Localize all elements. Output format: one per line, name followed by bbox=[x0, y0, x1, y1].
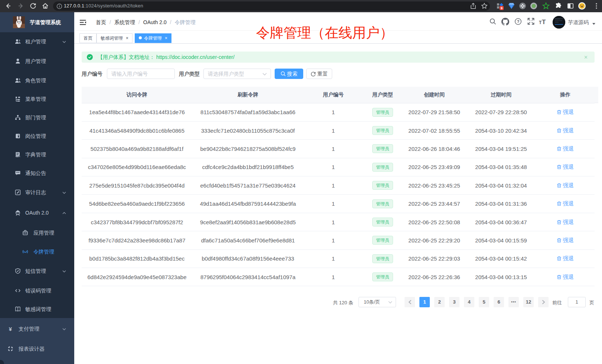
svg-text:?: ? bbox=[517, 19, 520, 24]
svg-text:¥: ¥ bbox=[9, 326, 12, 332]
svg-text:9: 9 bbox=[501, 6, 503, 10]
svg-text:a: a bbox=[24, 251, 26, 253]
svg-text:T: T bbox=[542, 19, 546, 25]
svg-text:T: T bbox=[539, 20, 542, 25]
